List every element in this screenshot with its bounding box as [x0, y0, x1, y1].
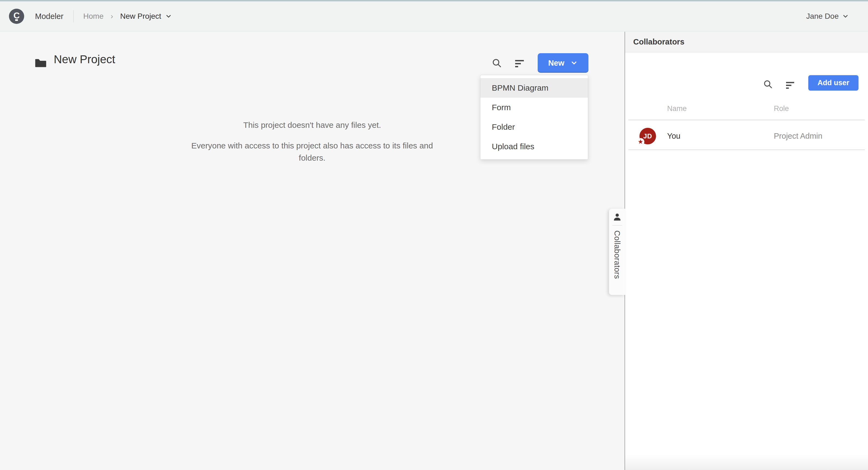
chevron-down-icon	[165, 13, 172, 20]
search-files-button[interactable]	[491, 57, 503, 69]
sort-files-button[interactable]	[514, 58, 525, 69]
user-menu[interactable]: Jane Doe	[806, 12, 849, 21]
modeler-app-screen: C Modeler Home › New Project Jane Doe	[0, 0, 868, 470]
panel-bottom-fade	[625, 454, 868, 470]
project-content-area: New Project New BPMN Diagram Form Folder…	[0, 32, 624, 470]
breadcrumb-current-project[interactable]: New Project	[120, 12, 172, 21]
menu-item-folder[interactable]: Folder	[480, 117, 588, 137]
menu-item-upload-files[interactable]: Upload files	[480, 137, 588, 156]
svg-text:C: C	[13, 10, 20, 20]
chevron-down-icon	[570, 59, 578, 67]
collaborators-panel: Collaborators Add user Name Role JD ★ Yo…	[624, 32, 868, 470]
folder-icon	[34, 57, 47, 69]
breadcrumb: Home › New Project	[83, 12, 172, 21]
breadcrumb-current-label: New Project	[120, 12, 161, 21]
collaborators-tab-toggle[interactable]: Collaborators	[609, 209, 625, 295]
topbar-divider	[73, 10, 73, 23]
table-row-divider	[628, 150, 865, 150]
collaborator-name: You	[667, 132, 680, 140]
breadcrumb-home[interactable]: Home	[83, 12, 104, 21]
user-name: Jane Doe	[806, 12, 839, 21]
new-button[interactable]: New	[538, 53, 588, 73]
collaborator-role: Project Admin	[774, 132, 823, 140]
collaborators-tab-label: Collaborators	[613, 230, 622, 279]
collaborators-panel-title: Collaborators	[633, 32, 684, 52]
add-user-button[interactable]: Add user	[808, 75, 859, 91]
search-collaborators-button[interactable]	[762, 78, 774, 90]
menu-item-form[interactable]: Form	[480, 98, 588, 117]
breadcrumb-separator: ›	[111, 12, 113, 21]
person-icon	[613, 213, 622, 222]
page-title: New Project	[54, 51, 115, 68]
column-header-role: Role	[774, 104, 789, 113]
avatar: JD ★	[640, 128, 656, 144]
topbar: C Modeler Home › New Project Jane Doe	[0, 1, 868, 31]
chevron-down-icon	[842, 13, 849, 20]
collaborator-row[interactable]: JD ★ You Project Admin	[625, 120, 868, 150]
project-admin-star-icon: ★	[637, 138, 644, 146]
camunda-logo-icon[interactable]: C	[9, 9, 24, 24]
new-button-label: New	[548, 59, 564, 68]
column-header-name: Name	[667, 104, 687, 113]
new-menu-dropdown: BPMN Diagram Form Folder Upload files	[480, 75, 588, 160]
app-name: Modeler	[35, 12, 63, 21]
menu-item-bpmn-diagram[interactable]: BPMN Diagram	[480, 78, 588, 98]
avatar-initials: JD	[643, 132, 652, 140]
sort-collaborators-button[interactable]	[784, 79, 796, 91]
